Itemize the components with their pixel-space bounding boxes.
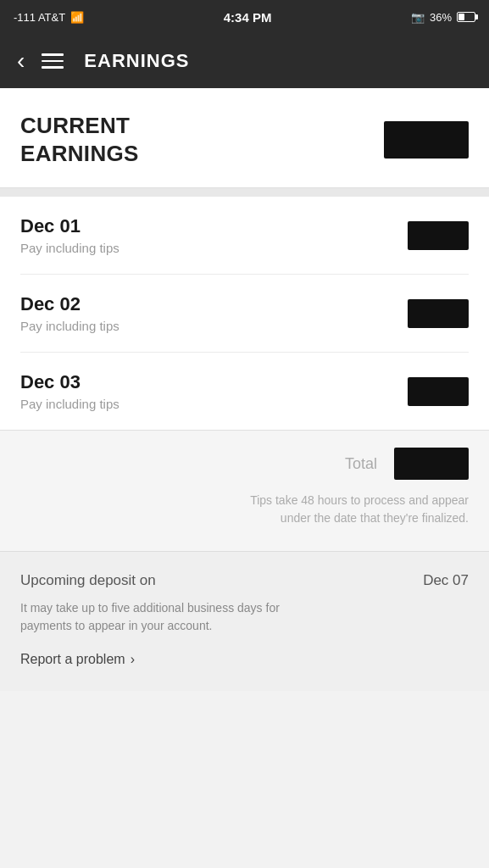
day-date-dec02: Dec 02 bbox=[20, 293, 119, 315]
current-earnings-label: CURRENT EARNINGS bbox=[20, 112, 139, 167]
section-divider-1 bbox=[0, 188, 489, 197]
deposit-date: Dec 07 bbox=[423, 572, 469, 589]
page-title: EARNINGS bbox=[84, 50, 189, 72]
battery-icon bbox=[457, 12, 475, 22]
bluetooth-icon: 📷 bbox=[411, 11, 425, 24]
deposit-label: Upcoming deposit on bbox=[20, 572, 156, 589]
current-earnings-value bbox=[384, 121, 469, 159]
day-info-dec01: Dec 01 Pay including tips bbox=[20, 215, 119, 255]
navigation-bar: ‹ EARNINGS bbox=[0, 34, 489, 88]
carrier-label: -111 AT&T bbox=[14, 11, 65, 24]
day-subtitle-dec03: Pay including tips bbox=[20, 397, 119, 411]
day-amount-dec02 bbox=[408, 299, 469, 328]
daily-earnings-section: Dec 01 Pay including tips Dec 02 Pay inc… bbox=[0, 197, 489, 430]
day-row-dec02: Dec 02 Pay including tips bbox=[20, 275, 469, 353]
menu-line-2 bbox=[42, 60, 64, 63]
day-info-dec03: Dec 03 Pay including tips bbox=[20, 371, 119, 411]
menu-button[interactable] bbox=[42, 53, 64, 69]
day-amount-dec01 bbox=[408, 221, 469, 250]
report-problem-link[interactable]: Report a problem › bbox=[20, 652, 469, 691]
report-problem-label: Report a problem bbox=[20, 652, 125, 667]
deposit-notice: It may take up to five additional busine… bbox=[20, 599, 469, 635]
menu-line-3 bbox=[42, 66, 64, 69]
day-row-dec01: Dec 01 Pay including tips bbox=[20, 197, 469, 275]
total-row: Total bbox=[20, 448, 469, 480]
deposit-section: Upcoming deposit on Dec 07 It may take u… bbox=[0, 551, 489, 691]
current-earnings-section: CURRENT EARNINGS bbox=[0, 88, 489, 188]
chevron-right-icon: › bbox=[131, 652, 135, 667]
deposit-row: Upcoming deposit on Dec 07 bbox=[20, 572, 469, 589]
day-amount-dec03 bbox=[408, 377, 469, 406]
total-amount bbox=[394, 448, 469, 480]
time-label: 4:34 PM bbox=[224, 10, 272, 25]
status-left: -111 AT&T 📶 bbox=[14, 11, 84, 24]
tips-notice: Tips take 48 hours to process and appear… bbox=[20, 492, 469, 542]
day-date-dec01: Dec 01 bbox=[20, 215, 119, 237]
day-row-dec03: Dec 03 Pay including tips bbox=[20, 353, 469, 430]
day-subtitle-dec02: Pay including tips bbox=[20, 319, 119, 333]
menu-line-1 bbox=[42, 53, 64, 56]
back-button[interactable]: ‹ bbox=[17, 49, 25, 73]
status-bar: -111 AT&T 📶 4:34 PM 📷 36% bbox=[0, 0, 489, 34]
total-label: Total bbox=[345, 455, 377, 473]
total-section: Total Tips take 48 hours to process and … bbox=[0, 430, 489, 551]
day-date-dec03: Dec 03 bbox=[20, 371, 119, 393]
wifi-icon: 📶 bbox=[70, 11, 84, 24]
battery-percent-label: 36% bbox=[430, 11, 452, 24]
status-right: 📷 36% bbox=[411, 11, 475, 24]
day-info-dec02: Dec 02 Pay including tips bbox=[20, 293, 119, 333]
day-subtitle-dec01: Pay including tips bbox=[20, 241, 119, 255]
